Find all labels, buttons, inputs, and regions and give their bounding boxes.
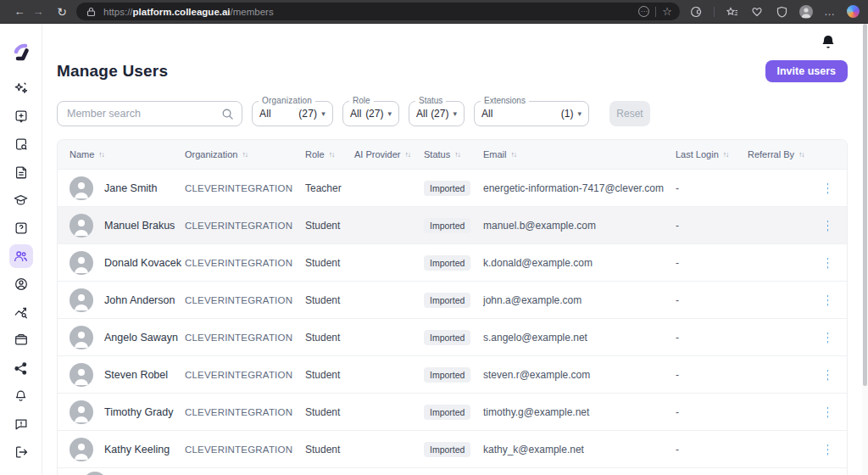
member-email: steven.r@example.com — [483, 369, 676, 381]
row-menu-button[interactable]: ⋮ — [827, 182, 833, 194]
sidebar-item-members[interactable] — [9, 244, 33, 268]
sidebar-item-document-search[interactable] — [9, 132, 33, 156]
members-table: Name↑↓ Organization↑↓ Role↑↓ AI Provider… — [57, 139, 848, 475]
url-text: https://platform.colleague.ai/members — [103, 7, 274, 17]
member-organization: CLEVERINTEGRATION — [185, 183, 305, 193]
member-role: Student — [305, 332, 354, 344]
member-last-login: - — [676, 220, 748, 232]
workspaces-icon[interactable] — [689, 5, 703, 19]
avatar — [70, 326, 93, 349]
sidebar-item-documents[interactable] — [9, 160, 33, 184]
sidebar-item-feedback[interactable] — [9, 412, 33, 436]
search-input[interactable] — [65, 107, 221, 120]
back-icon[interactable]: ← — [10, 5, 29, 18]
sort-icon[interactable]: ↑↓ — [511, 150, 517, 159]
row-menu-button[interactable]: ⋮ — [827, 405, 833, 418]
page-scrollbar[interactable] — [862, 24, 868, 475]
invite-users-button[interactable]: Invite users — [765, 60, 848, 82]
member-role: Student — [305, 257, 354, 269]
browser-essentials-icon[interactable] — [750, 5, 764, 19]
notifications-bell-icon[interactable] — [821, 34, 836, 51]
sort-icon[interactable]: ↑↓ — [798, 150, 804, 159]
sidebar-item-resources[interactable] — [9, 328, 33, 352]
member-last-login: - — [676, 182, 748, 194]
reading-tools-icon[interactable]: ⋯ — [638, 6, 649, 17]
refresh-icon[interactable]: ↻ — [53, 5, 71, 19]
column-header-referral-by: Referral By — [748, 149, 794, 159]
member-role: Teacher — [305, 182, 354, 194]
table-row[interactable]: Kathy Keeling CLEVERINTEGRATION Student … — [58, 430, 847, 467]
favorites-icon[interactable] — [726, 5, 739, 19]
member-organization: CLEVERINTEGRATION — [185, 407, 305, 417]
row-menu-button[interactable]: ⋮ — [827, 443, 833, 455]
row-menu-button[interactable]: ⋮ — [827, 368, 833, 381]
avatar — [70, 363, 93, 387]
chevron-down-icon: ▾ — [577, 109, 581, 118]
colleague-logo[interactable] — [11, 42, 31, 63]
sidebar-item-logout[interactable] — [9, 440, 33, 464]
table-row[interactable]: Jane Smith CLEVERINTEGRATION Teacher Imp… — [58, 169, 847, 206]
member-role: Student — [305, 220, 354, 232]
sidebar-item-share[interactable] — [9, 356, 33, 380]
sort-icon[interactable]: ↑↓ — [404, 150, 410, 159]
column-header-role: Role — [305, 149, 325, 159]
row-menu-button[interactable]: ⋮ — [827, 219, 833, 232]
forward-icon[interactable]: → — [29, 5, 47, 18]
sidebar-item-help[interactable] — [9, 216, 33, 240]
sort-icon[interactable]: ↑↓ — [242, 150, 248, 159]
member-search-field[interactable] — [57, 101, 242, 126]
sidebar-item-ai-tools[interactable] — [9, 76, 33, 100]
scrollbar-thumb[interactable] — [863, 24, 867, 386]
role-filter[interactable]: Role All (27)▾ — [342, 101, 399, 126]
status-filter[interactable]: Status All (27)▾ — [409, 101, 465, 126]
table-row[interactable]: Steven Robel CLEVERINTEGRATION Student I… — [58, 355, 847, 393]
favorite-star-icon[interactable]: ☆ — [662, 6, 672, 17]
status-badge: Imported — [424, 293, 470, 308]
profile-avatar[interactable] — [799, 5, 813, 19]
row-menu-button[interactable]: ⋮ — [827, 256, 833, 269]
extensions-filter[interactable]: Extensions All (1)▾ — [474, 101, 589, 126]
app-sidebar — [0, 24, 42, 475]
member-email: manuel.b@example.com — [483, 220, 676, 232]
table-row[interactable]: Timothy Grady CLEVERINTEGRATION Student … — [58, 393, 847, 430]
address-bar[interactable]: https://platform.colleague.ai/members ⋯ … — [76, 3, 680, 20]
sidebar-item-analytics[interactable] — [9, 300, 33, 324]
copilot-icon[interactable] — [847, 5, 860, 18]
organization-filter[interactable]: Organization All (27)▾ — [252, 101, 333, 126]
sidebar-item-notifications[interactable] — [9, 384, 33, 408]
page-title: Manage Users — [57, 24, 848, 81]
sidebar-item-account[interactable] — [9, 272, 33, 296]
site-permissions-lock-icon[interactable] — [84, 5, 97, 19]
table-row[interactable]: Angelo Sawayn CLEVERINTEGRATION Student … — [58, 318, 847, 355]
status-badge: Imported — [424, 218, 470, 233]
sort-icon[interactable]: ↑↓ — [98, 150, 104, 159]
member-role: Student — [305, 294, 354, 306]
row-menu-button[interactable]: ⋮ — [827, 293, 833, 306]
reset-button[interactable]: Reset — [609, 101, 650, 126]
settings-more-icon[interactable]: … — [824, 6, 836, 17]
member-organization: CLEVERINTEGRATION — [185, 221, 305, 231]
sort-icon[interactable]: ↑↓ — [723, 150, 729, 159]
sidebar-item-courses[interactable] — [9, 188, 33, 212]
member-last-login: - — [676, 444, 748, 455]
column-header-name: Name — [70, 149, 94, 159]
member-name: Donald Kovacek — [104, 257, 181, 269]
sort-icon[interactable]: ↑↓ — [454, 150, 460, 159]
status-filter-label: Status — [415, 96, 446, 106]
organization-filter-count: (27) — [298, 108, 317, 120]
status-badge: Imported — [424, 181, 470, 196]
sidebar-item-add-box[interactable] — [9, 104, 33, 128]
table-row[interactable]: Donald Kovacek CLEVERINTEGRATION Student… — [58, 243, 847, 281]
main-content: Manage Users Invite users Organization A… — [42, 24, 868, 475]
avatar — [70, 214, 93, 238]
member-last-login: - — [676, 332, 748, 344]
member-email: s.angelo@example.net — [483, 332, 676, 344]
privacy-shield-icon[interactable] — [775, 5, 788, 19]
member-email: john.a@example.com — [483, 294, 676, 306]
member-role: Student — [305, 406, 354, 418]
table-row[interactable]: Manuel Brakus CLEVERINTEGRATION Student … — [58, 206, 847, 243]
row-menu-button[interactable]: ⋮ — [827, 331, 833, 344]
column-header-email: Email — [483, 149, 507, 159]
table-row[interactable]: John Anderson CLEVERINTEGRATION Student … — [58, 281, 847, 318]
sort-icon[interactable]: ↑↓ — [329, 150, 335, 159]
